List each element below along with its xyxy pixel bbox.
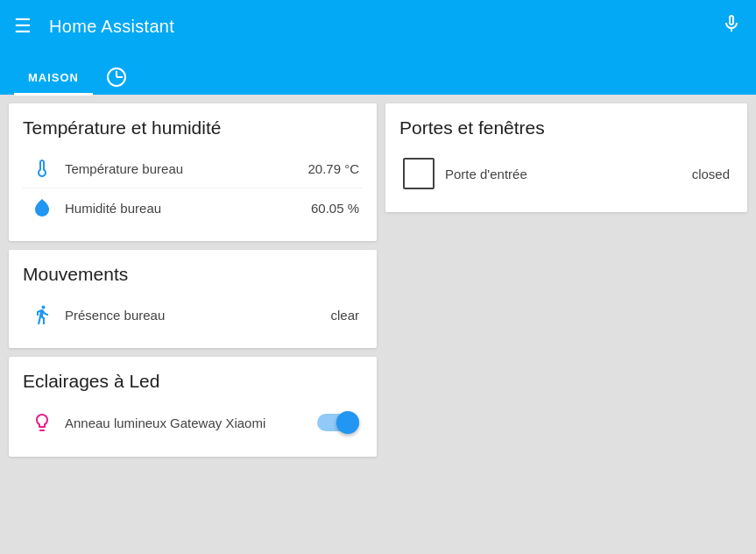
temperature-card: Température et humidité Température bure… bbox=[9, 103, 377, 241]
temperature-label: Température bureau bbox=[65, 161, 307, 176]
humidity-value: 60.05 % bbox=[311, 201, 359, 216]
tab-bar: MAISON bbox=[0, 53, 756, 95]
hamburger-menu-icon[interactable]: ☰ bbox=[14, 17, 32, 36]
door-status: closed bbox=[692, 167, 730, 181]
table-row: Température bureau 20.79 °C bbox=[23, 149, 363, 188]
table-row: Porte d'entrée closed bbox=[399, 149, 733, 198]
walk-icon bbox=[26, 304, 58, 325]
thermometer-icon bbox=[26, 158, 58, 179]
door-icon bbox=[403, 158, 435, 189]
humidity-label: Humidité bureau bbox=[65, 201, 311, 216]
mouvements-card-title: Mouvements bbox=[23, 264, 363, 285]
temperature-value: 20.79 °C bbox=[307, 161, 359, 176]
header-left: ☰ Home Assistant bbox=[14, 17, 174, 37]
toggle-thumb bbox=[336, 411, 359, 434]
left-column: Température et humidité Température bure… bbox=[9, 103, 377, 545]
mouvement-value: clear bbox=[330, 308, 359, 323]
eclairages-card-title: Eclairages à Led bbox=[23, 371, 363, 392]
main-content: Température et humidité Température bure… bbox=[0, 95, 756, 554]
table-row: Présence bureau clear bbox=[23, 295, 363, 334]
door-label: Porte d'entrée bbox=[445, 167, 692, 181]
bulb-icon bbox=[26, 412, 58, 433]
light-label: Anneau lumineux Gateway Xiaomi bbox=[65, 416, 317, 430]
table-row: Humidité bureau 60.05 % bbox=[23, 188, 363, 227]
humidity-icon bbox=[26, 197, 58, 218]
temperature-card-title: Température et humidité bbox=[23, 117, 363, 138]
table-row: Anneau lumineux Gateway Xiaomi bbox=[23, 402, 363, 443]
mouvement-label: Présence bureau bbox=[65, 308, 330, 323]
tab-maison[interactable]: MAISON bbox=[14, 62, 93, 96]
portes-card: Portes et fenêtres Porte d'entrée closed bbox=[385, 103, 747, 212]
app-header: ☰ Home Assistant bbox=[0, 0, 756, 53]
mouvements-card: Mouvements Présence bureau clear bbox=[9, 250, 377, 348]
right-column: Portes et fenêtres Porte d'entrée closed bbox=[385, 103, 747, 545]
light-toggle[interactable] bbox=[317, 411, 359, 434]
clock-icon bbox=[107, 67, 126, 87]
eclairages-card: Eclairages à Led Anneau lumineux Gateway… bbox=[9, 357, 377, 457]
portes-card-title: Portes et fenêtres bbox=[399, 117, 733, 138]
microphone-icon[interactable] bbox=[721, 13, 742, 39]
tab-maison-label: MAISON bbox=[28, 71, 79, 84]
app-title: Home Assistant bbox=[49, 17, 174, 37]
tab-clock[interactable] bbox=[93, 59, 140, 96]
